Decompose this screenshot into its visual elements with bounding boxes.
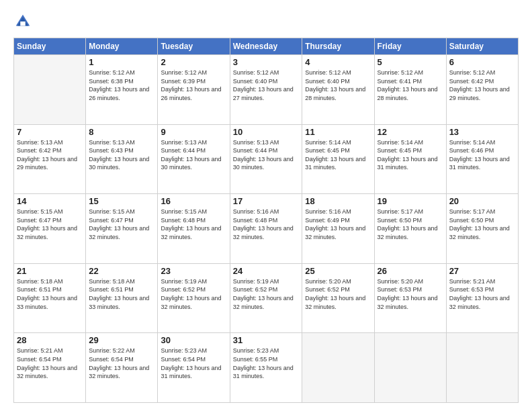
day-detail: Sunrise: 5:21 AMSunset: 6:54 PMDaylight:… [17, 347, 83, 380]
day-number: 28 [17, 335, 83, 345]
day-number: 1 [89, 57, 154, 67]
day-number: 3 [233, 57, 300, 67]
weekday-header-friday: Friday [374, 38, 446, 55]
day-number: 25 [305, 266, 371, 276]
weekday-header-row: SundayMondayTuesdayWednesdayThursdayFrid… [14, 38, 519, 55]
week-row-3: 14 Sunrise: 5:15 AMSunset: 6:47 PMDaylig… [14, 194, 519, 264]
calendar-cell: 26 Sunrise: 5:20 AMSunset: 6:53 PMDaylig… [374, 263, 446, 333]
day-detail: Sunrise: 5:14 AMSunset: 6:45 PMDaylight:… [305, 138, 371, 172]
day-number: 29 [89, 335, 154, 345]
calendar-cell: 21 Sunrise: 5:18 AMSunset: 6:51 PMDaylig… [14, 263, 86, 333]
calendar-cell: 4 Sunrise: 5:12 AMSunset: 6:40 PMDayligh… [302, 55, 374, 125]
day-number: 5 [378, 57, 443, 67]
day-detail: Sunrise: 5:16 AMSunset: 6:49 PMDaylight:… [305, 208, 371, 241]
calendar-cell: 1 Sunrise: 5:12 AMSunset: 6:38 PMDayligh… [86, 55, 158, 125]
calendar-cell [374, 333, 446, 403]
day-detail: Sunrise: 5:12 AMSunset: 6:38 PMDaylight:… [89, 68, 154, 102]
calendar-cell: 12 Sunrise: 5:14 AMSunset: 6:45 PMDaylig… [374, 124, 446, 194]
day-detail: Sunrise: 5:23 AMSunset: 6:55 PMDaylight:… [233, 347, 300, 380]
svg-rect-2 [20, 21, 25, 26]
day-detail: Sunrise: 5:20 AMSunset: 6:53 PMDaylight:… [378, 277, 443, 311]
calendar-cell: 29 Sunrise: 5:22 AMSunset: 6:54 PMDaylig… [86, 333, 158, 403]
day-detail: Sunrise: 5:15 AMSunset: 6:47 PMDaylight:… [17, 208, 83, 241]
header [13, 12, 519, 31]
day-detail: Sunrise: 5:14 AMSunset: 6:45 PMDaylight:… [378, 138, 443, 172]
calendar-cell: 23 Sunrise: 5:19 AMSunset: 6:52 PMDaylig… [158, 263, 230, 333]
week-row-5: 28 Sunrise: 5:21 AMSunset: 6:54 PMDaylig… [14, 333, 519, 403]
calendar-cell: 6 Sunrise: 5:12 AMSunset: 6:42 PMDayligh… [446, 55, 518, 125]
day-detail: Sunrise: 5:20 AMSunset: 6:52 PMDaylight:… [305, 277, 371, 311]
logo-icon [13, 12, 32, 31]
weekday-header-tuesday: Tuesday [158, 38, 230, 55]
day-number: 21 [17, 266, 83, 276]
calendar-cell: 7 Sunrise: 5:13 AMSunset: 6:42 PMDayligh… [14, 124, 86, 194]
day-detail: Sunrise: 5:18 AMSunset: 6:51 PMDaylight:… [89, 277, 154, 311]
calendar-cell: 24 Sunrise: 5:19 AMSunset: 6:52 PMDaylig… [230, 263, 302, 333]
day-number: 26 [378, 266, 443, 276]
day-detail: Sunrise: 5:17 AMSunset: 6:50 PMDaylight:… [449, 208, 515, 241]
day-number: 20 [449, 196, 515, 206]
calendar-cell: 3 Sunrise: 5:12 AMSunset: 6:40 PMDayligh… [230, 55, 302, 125]
day-number: 15 [89, 196, 154, 206]
page: SundayMondayTuesdayWednesdayThursdayFrid… [0, 0, 532, 411]
calendar-cell: 19 Sunrise: 5:17 AMSunset: 6:50 PMDaylig… [374, 194, 446, 264]
day-number: 16 [161, 196, 226, 206]
logo [13, 12, 35, 31]
calendar-cell: 18 Sunrise: 5:16 AMSunset: 6:49 PMDaylig… [302, 194, 374, 264]
day-detail: Sunrise: 5:17 AMSunset: 6:50 PMDaylight:… [378, 208, 443, 241]
calendar-cell: 2 Sunrise: 5:12 AMSunset: 6:39 PMDayligh… [158, 55, 230, 125]
day-number: 23 [161, 266, 226, 276]
weekday-header-wednesday: Wednesday [230, 38, 302, 55]
calendar-table: SundayMondayTuesdayWednesdayThursdayFrid… [13, 38, 519, 403]
day-detail: Sunrise: 5:16 AMSunset: 6:48 PMDaylight:… [233, 208, 300, 241]
week-row-2: 7 Sunrise: 5:13 AMSunset: 6:42 PMDayligh… [14, 124, 519, 194]
day-number: 2 [161, 57, 226, 67]
day-detail: Sunrise: 5:23 AMSunset: 6:54 PMDaylight:… [161, 347, 226, 380]
day-detail: Sunrise: 5:22 AMSunset: 6:54 PMDaylight:… [89, 347, 154, 380]
day-number: 9 [161, 127, 226, 137]
day-detail: Sunrise: 5:12 AMSunset: 6:40 PMDaylight:… [233, 68, 300, 102]
day-number: 11 [305, 127, 371, 137]
calendar-cell [14, 55, 86, 125]
day-detail: Sunrise: 5:19 AMSunset: 6:52 PMDaylight:… [233, 277, 300, 311]
day-number: 19 [378, 196, 443, 206]
calendar-cell: 11 Sunrise: 5:14 AMSunset: 6:45 PMDaylig… [302, 124, 374, 194]
calendar-cell: 30 Sunrise: 5:23 AMSunset: 6:54 PMDaylig… [158, 333, 230, 403]
day-detail: Sunrise: 5:18 AMSunset: 6:51 PMDaylight:… [17, 277, 83, 311]
calendar-cell: 15 Sunrise: 5:15 AMSunset: 6:47 PMDaylig… [86, 194, 158, 264]
calendar-cell: 16 Sunrise: 5:15 AMSunset: 6:48 PMDaylig… [158, 194, 230, 264]
day-detail: Sunrise: 5:12 AMSunset: 6:42 PMDaylight:… [449, 68, 515, 102]
day-number: 24 [233, 266, 300, 276]
weekday-header-sunday: Sunday [14, 38, 86, 55]
day-number: 10 [233, 127, 300, 137]
day-detail: Sunrise: 5:21 AMSunset: 6:53 PMDaylight:… [449, 277, 515, 311]
day-detail: Sunrise: 5:13 AMSunset: 6:42 PMDaylight:… [17, 138, 83, 172]
week-row-4: 21 Sunrise: 5:18 AMSunset: 6:51 PMDaylig… [14, 263, 519, 333]
weekday-header-saturday: Saturday [446, 38, 518, 55]
day-detail: Sunrise: 5:13 AMSunset: 6:43 PMDaylight:… [89, 138, 154, 172]
day-detail: Sunrise: 5:14 AMSunset: 6:46 PMDaylight:… [449, 138, 515, 172]
day-detail: Sunrise: 5:13 AMSunset: 6:44 PMDaylight:… [161, 138, 226, 172]
calendar-cell: 20 Sunrise: 5:17 AMSunset: 6:50 PMDaylig… [446, 194, 518, 264]
weekday-header-monday: Monday [86, 38, 158, 55]
calendar-cell: 14 Sunrise: 5:15 AMSunset: 6:47 PMDaylig… [14, 194, 86, 264]
day-detail: Sunrise: 5:15 AMSunset: 6:47 PMDaylight:… [89, 208, 154, 241]
calendar-cell: 17 Sunrise: 5:16 AMSunset: 6:48 PMDaylig… [230, 194, 302, 264]
calendar-cell: 8 Sunrise: 5:13 AMSunset: 6:43 PMDayligh… [86, 124, 158, 194]
day-number: 18 [305, 196, 371, 206]
calendar-cell: 22 Sunrise: 5:18 AMSunset: 6:51 PMDaylig… [86, 263, 158, 333]
week-row-1: 1 Sunrise: 5:12 AMSunset: 6:38 PMDayligh… [14, 55, 519, 125]
calendar-cell [302, 333, 374, 403]
day-number: 31 [233, 335, 300, 345]
calendar-cell: 10 Sunrise: 5:13 AMSunset: 6:44 PMDaylig… [230, 124, 302, 194]
day-number: 30 [161, 335, 226, 345]
day-number: 22 [89, 266, 154, 276]
calendar-cell: 13 Sunrise: 5:14 AMSunset: 6:46 PMDaylig… [446, 124, 518, 194]
day-number: 13 [449, 127, 515, 137]
day-detail: Sunrise: 5:15 AMSunset: 6:48 PMDaylight:… [161, 208, 226, 241]
calendar-cell: 25 Sunrise: 5:20 AMSunset: 6:52 PMDaylig… [302, 263, 374, 333]
day-detail: Sunrise: 5:12 AMSunset: 6:40 PMDaylight:… [305, 68, 371, 102]
calendar-cell: 31 Sunrise: 5:23 AMSunset: 6:55 PMDaylig… [230, 333, 302, 403]
weekday-header-thursday: Thursday [302, 38, 374, 55]
day-number: 12 [378, 127, 443, 137]
